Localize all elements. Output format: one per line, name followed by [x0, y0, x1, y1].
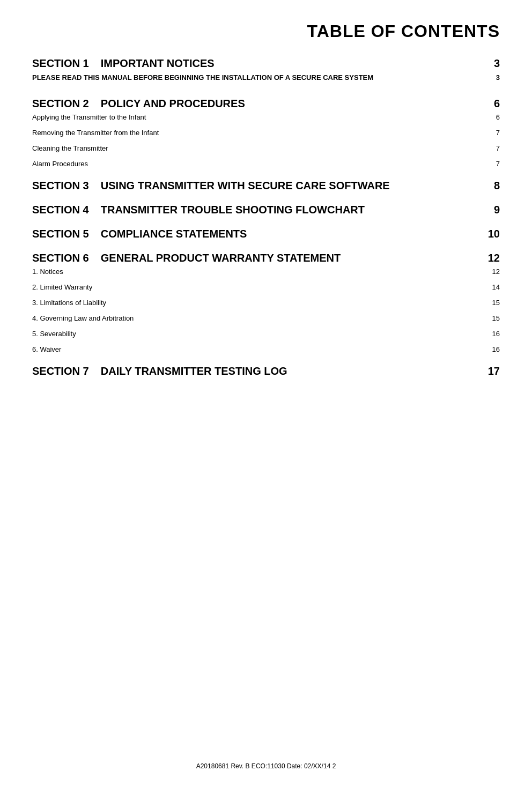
subsection-page-section2-0: 6: [496, 113, 500, 121]
section-page-section3: 8: [494, 180, 500, 192]
section-page-section2: 6: [494, 98, 500, 110]
section-heading-section3: SECTION 3 USING TRANSMITTER WITH SECURE …: [32, 180, 500, 192]
subsection-label-section6-1: 2. Limited Warranty: [32, 283, 92, 291]
preamble-page-section1: 3: [496, 73, 500, 83]
subsection-page-section2-2: 7: [496, 144, 500, 152]
subsection-entry-section6-1: 2. Limited Warranty14: [32, 283, 500, 291]
subsection-label-section2-2: Cleaning the Transmitter: [32, 144, 108, 152]
section-label-section5: SECTION 5 COMPLIANCE STATEMENTS: [32, 228, 247, 240]
subsection-entry-section2-0: Applying the Transmitter to the Infant6: [32, 113, 500, 121]
section-heading-section4: SECTION 4 TRANSMITTER TROUBLE SHOOTING F…: [32, 204, 500, 216]
section-label-section4: SECTION 4 TRANSMITTER TROUBLE SHOOTING F…: [32, 204, 365, 216]
subsection-label-section2-0: Applying the Transmitter to the Infant: [32, 113, 146, 121]
subsection-label-section2-3: Alarm Procedures: [32, 160, 88, 168]
subsection-entry-section6-3: 4. Governing Law and Arbitration15: [32, 314, 500, 322]
subsection-page-section6-5: 16: [492, 345, 500, 353]
subsection-page-section6-4: 16: [492, 330, 500, 338]
section-heading-section6: SECTION 6 GENERAL PRODUCT WARRANTY STATE…: [32, 252, 500, 264]
subsection-entry-section6-4: 5. Severability16: [32, 330, 500, 338]
page-title: TABLE OF CONTENTS: [32, 21, 500, 41]
preamble-row-section1: PLEASE READ THIS MANUAL BEFORE BEGINNING…: [32, 73, 500, 86]
section-block-section3: SECTION 3 USING TRANSMITTER WITH SECURE …: [32, 180, 500, 192]
subsection-label-section6-0: 1. Notices: [32, 268, 63, 276]
section-label-section1: SECTION 1 IMPORTANT NOTICES: [32, 57, 215, 70]
subsection-page-section6-2: 15: [492, 299, 500, 307]
section-heading-section5: SECTION 5 COMPLIANCE STATEMENTS10: [32, 228, 500, 240]
section-block-section4: SECTION 4 TRANSMITTER TROUBLE SHOOTING F…: [32, 204, 500, 216]
page-container: TABLE OF CONTENTS SECTION 1 IMPORTANT NO…: [0, 0, 532, 786]
subsection-label-section2-1: Removing the Transmitter from the Infant: [32, 129, 159, 137]
subsection-page-section6-1: 14: [492, 283, 500, 291]
subsection-label-section6-4: 5. Severability: [32, 330, 76, 338]
footer: A20180681 Rev. B ECO:11030 Date: 02/XX/1…: [0, 762, 532, 770]
section-page-section1: 3: [494, 57, 500, 70]
section-page-section5: 10: [488, 228, 500, 240]
subsection-entry-section2-1: Removing the Transmitter from the Infant…: [32, 129, 500, 137]
section-page-section7: 17: [488, 365, 500, 377]
section-block-section2: SECTION 2 POLICY AND PROCEDURES6Applying…: [32, 98, 500, 168]
subsection-page-section6-0: 12: [492, 268, 500, 276]
section-block-section6: SECTION 6 GENERAL PRODUCT WARRANTY STATE…: [32, 252, 500, 353]
toc-container: SECTION 1 IMPORTANT NOTICES3PLEASE READ …: [32, 57, 500, 377]
section-page-section4: 9: [494, 204, 500, 216]
section-label-section2: SECTION 2 POLICY AND PROCEDURES: [32, 98, 245, 110]
subsection-entry-section2-3: Alarm Procedures7: [32, 160, 500, 168]
section-block-section5: SECTION 5 COMPLIANCE STATEMENTS10: [32, 228, 500, 240]
section-heading-section7: SECTION 7 DAILY TRANSMITTER TESTING LOG1…: [32, 365, 500, 377]
subsection-label-section6-3: 4. Governing Law and Arbitration: [32, 314, 134, 322]
section-heading-section2: SECTION 2 POLICY AND PROCEDURES6: [32, 98, 500, 110]
section-block-section1: SECTION 1 IMPORTANT NOTICES3PLEASE READ …: [32, 57, 500, 86]
subsection-page-section6-3: 15: [492, 314, 500, 322]
section-label-section6: SECTION 6 GENERAL PRODUCT WARRANTY STATE…: [32, 252, 341, 264]
subsection-entry-section6-0: 1. Notices12: [32, 268, 500, 276]
subsection-label-section6-2: 3. Limitations of Liability: [32, 299, 106, 307]
section-block-section7: SECTION 7 DAILY TRANSMITTER TESTING LOG1…: [32, 365, 500, 377]
section-page-section6: 12: [488, 252, 500, 264]
subsection-entry-section6-5: 6. Waiver16: [32, 345, 500, 353]
subsection-page-section2-3: 7: [496, 160, 500, 168]
section-label-section3: SECTION 3 USING TRANSMITTER WITH SECURE …: [32, 180, 390, 192]
subsection-entry-section6-2: 3. Limitations of Liability15: [32, 299, 500, 307]
preamble-block-section1: PLEASE READ THIS MANUAL BEFORE BEGINNING…: [32, 73, 500, 86]
section-heading-section1: SECTION 1 IMPORTANT NOTICES3: [32, 57, 500, 70]
subsection-entry-section2-2: Cleaning the Transmitter7: [32, 144, 500, 152]
preamble-text-section1: PLEASE READ THIS MANUAL BEFORE BEGINNING…: [32, 73, 373, 83]
section-label-section7: SECTION 7 DAILY TRANSMITTER TESTING LOG: [32, 365, 287, 377]
subsection-label-section6-5: 6. Waiver: [32, 345, 61, 353]
subsection-page-section2-1: 7: [496, 129, 500, 137]
